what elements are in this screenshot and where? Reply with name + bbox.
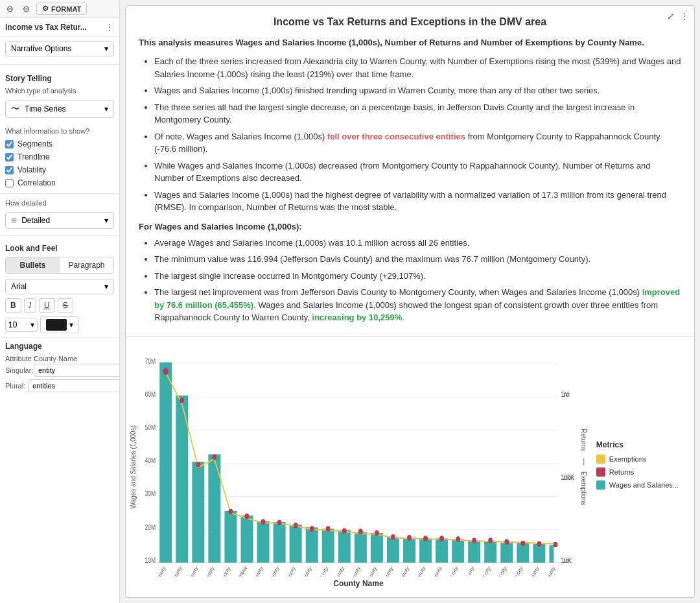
highlight-increasing: increasing by 10,259% [312, 313, 402, 322]
color-picker[interactable]: ▾ [40, 316, 79, 333]
plural-label: Plural: [5, 382, 25, 390]
bar-17 [436, 538, 448, 562]
bar-4 [224, 511, 237, 563]
dot-13 [375, 530, 379, 536]
bar-23 [533, 544, 545, 563]
analysis-type-label: Which type of analysis [0, 86, 119, 97]
bar-3 [208, 455, 220, 563]
chevron-down-icon-font: ▾ [104, 282, 108, 291]
panel-title-row: Income vs Tax Retur... ⋮ [0, 18, 119, 37]
dot-7 [277, 520, 282, 526]
dot-16 [423, 536, 428, 541]
dot-8 [294, 523, 298, 528]
detailed-label: Detailed [21, 216, 102, 225]
bold-button[interactable]: B [5, 298, 21, 313]
narrative-options-label: Narrative Options [11, 44, 71, 53]
dot-3 [212, 455, 216, 460]
x-axis-labels: Montgomery County Jefferson County Fairf… [140, 565, 557, 576]
checkbox-segments-input[interactable] [5, 140, 14, 148]
legend-title: Metrics [596, 440, 679, 449]
checkbox-trendline-label: Trendline [18, 152, 50, 161]
chevron-down-icon-color: ▾ [69, 320, 73, 329]
legend-color-exemptions [596, 455, 605, 464]
detailed-dropdown[interactable]: ≡ Detailed ▾ [5, 212, 114, 229]
divider-1 [0, 64, 119, 65]
time-series-icon: 〜 [11, 103, 19, 115]
font-label: Arial [11, 282, 27, 291]
checkbox-trendline-input[interactable] [5, 153, 14, 161]
strikethrough-button[interactable]: S [58, 298, 73, 313]
dot-2 [196, 462, 200, 467]
filter2-icon-btn[interactable]: ⊖ [20, 3, 32, 15]
bullet-2: Wages and Salaries Income (1,000s) finis… [154, 84, 681, 97]
dot-12 [358, 529, 363, 535]
narrative-options-dropdown[interactable]: Narrative Options ▾ [5, 41, 114, 56]
svg-text:10M: 10M [145, 556, 156, 564]
bar-19 [468, 541, 480, 563]
y-right-separator: | [583, 458, 585, 465]
svg-text:100K: 100K [563, 474, 574, 481]
dot-1 [180, 397, 184, 403]
svg-text:30M: 30M [145, 490, 156, 498]
highlight-fell: fell over three consecutive entities [327, 132, 465, 141]
plural-input[interactable] [28, 379, 120, 392]
dot-17 [439, 536, 444, 541]
bar-18 [452, 539, 464, 563]
format-button[interactable]: ⚙ FORMAT [36, 3, 87, 15]
language-header: Language [5, 342, 114, 355]
font-select-dropdown[interactable]: Arial ▾ [5, 279, 114, 294]
for-bullet-2: The minimum value was 116,994 (Jefferson… [154, 253, 681, 266]
bar-9 [306, 527, 318, 562]
look-feel-header: Look and Feel [5, 244, 114, 257]
bar-5 [240, 515, 253, 562]
legend-label-exemptions: Exemptions [609, 455, 646, 463]
lines-icon: ≡ [11, 215, 16, 226]
svg-text:Fairfax city: Fairfax city [458, 565, 475, 576]
bullets-button[interactable]: Bullets [6, 257, 60, 273]
dot-14 [391, 534, 395, 540]
language-section: Language Attribute County Name Singular:… [0, 337, 119, 399]
underline-button[interactable]: U [39, 298, 55, 313]
more-options-icon-btn[interactable]: ⋮ [679, 10, 690, 23]
dot-4 [228, 509, 233, 515]
chart-inner-container: 10M 20M 30M 40M 50M 60M 70M 10K 100K 1M [140, 342, 577, 592]
singular-input[interactable] [34, 364, 120, 377]
bar-24 [549, 545, 554, 563]
legend-wages: Wages and Salaries... [596, 480, 679, 490]
dot-5 [245, 514, 250, 519]
bar-13 [371, 533, 383, 563]
dot-19 [472, 538, 476, 543]
chart-x-label: County Name [140, 576, 577, 592]
size-color-row: 10 ▾ ▾ [5, 316, 114, 333]
dot-22 [520, 541, 525, 547]
svg-text:70M: 70M [145, 357, 156, 365]
checkbox-volatility: Volatility [0, 163, 119, 176]
bar-12 [355, 532, 367, 563]
panel-title: Income vs Tax Retur... [5, 23, 87, 32]
paragraph-button[interactable]: Paragraph [60, 257, 113, 273]
checkbox-volatility-input[interactable] [5, 166, 14, 174]
y-right-exemptions-label: Exemptions [580, 471, 587, 505]
panel-dots[interactable]: ⋮ [105, 22, 114, 32]
for-section-title: For Wages and Salaries Income (1,000s): [139, 222, 681, 231]
time-series-dropdown[interactable]: 〜 Time Series ▾ [5, 100, 114, 118]
filter-icon-btn[interactable]: ⊖ [4, 3, 16, 15]
dot-6 [261, 519, 266, 525]
expand-icon-btn[interactable]: ⤢ [666, 10, 676, 23]
svg-text:1M: 1M [563, 391, 570, 398]
y-right-axis-wrap: Returns | Exemptions [577, 342, 591, 592]
plural-row: Plural: [5, 379, 114, 392]
bar-10 [322, 529, 334, 563]
divider-3 [0, 235, 119, 236]
bar-14 [387, 537, 399, 562]
chevron-down-icon-det: ▾ [104, 216, 108, 225]
dot-9 [310, 526, 314, 532]
font-size-select[interactable]: 10 ▾ [5, 318, 38, 332]
for-bullet-1: Average Wages and Salaries Income (1,000… [154, 237, 681, 250]
svg-text:Rappahannock County: Rappahannock County [508, 565, 541, 576]
italic-button[interactable]: I [24, 298, 36, 313]
bar-0 [159, 362, 172, 563]
checkbox-correlation-input[interactable] [5, 179, 14, 187]
bar-21 [500, 543, 513, 563]
chart-area: Wages and Salaries (1,000s) 10M 20M 30M … [126, 337, 694, 597]
